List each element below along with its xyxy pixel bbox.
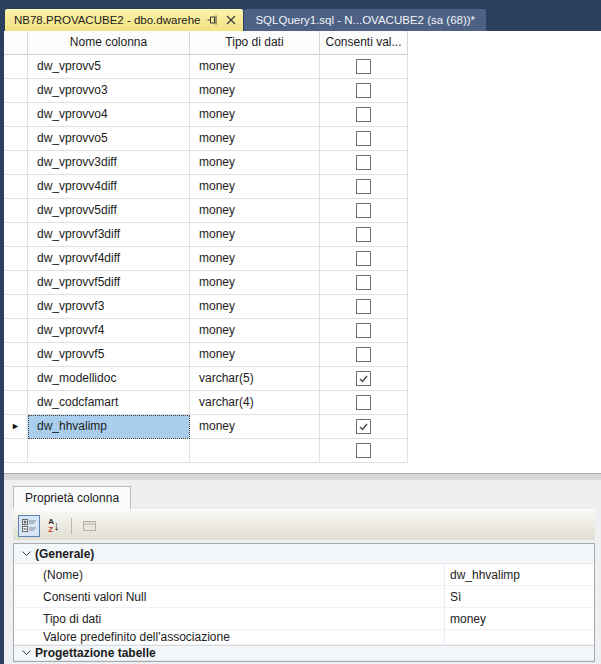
column-name-cell[interactable]: dw_codcfamart	[28, 391, 190, 415]
table-row: dw_vprovvf5diffmoney	[4, 271, 601, 295]
checkbox-unchecked-icon[interactable]	[356, 323, 371, 338]
row-selector[interactable]	[4, 271, 28, 295]
checkbox-unchecked-icon[interactable]	[356, 227, 371, 242]
property-value[interactable]	[444, 630, 594, 644]
row-selector[interactable]	[4, 151, 28, 175]
checkbox-unchecked-icon[interactable]	[356, 203, 371, 218]
column-name-cell[interactable]: dw_vprovvf3	[28, 295, 190, 319]
column-name-cell[interactable]: dw_vprovv4diff	[28, 175, 190, 199]
table-row: ►dw_hhvalimpmoney	[4, 415, 601, 439]
checkbox-unchecked-icon[interactable]	[356, 59, 371, 74]
checkbox-unchecked-icon[interactable]	[356, 275, 371, 290]
nullable-cell	[320, 247, 408, 271]
checkbox-checked-icon[interactable]	[356, 419, 371, 434]
checkbox-unchecked-icon[interactable]	[356, 83, 371, 98]
nullable-cell	[320, 79, 408, 103]
data-type-cell[interactable]: money	[190, 343, 320, 367]
row-selector[interactable]	[4, 319, 28, 343]
property-category[interactable]: (Generale)	[14, 544, 594, 564]
horizontal-splitter[interactable]	[4, 473, 601, 480]
row-selector[interactable]	[4, 391, 28, 415]
categorized-icon[interactable]	[18, 515, 40, 537]
data-type-cell[interactable]: money	[190, 295, 320, 319]
row-selector[interactable]	[4, 79, 28, 103]
checkbox-unchecked-icon[interactable]	[356, 395, 371, 410]
toolbar-separator	[71, 518, 72, 534]
column-name-cell[interactable]: dw_vprovvf5diff	[28, 271, 190, 295]
tab-sql-query[interactable]: SQLQuery1.sql - N...OVACUBE2 (sa (68))*	[244, 9, 486, 31]
column-name-cell[interactable]: dw_vprovvf5	[28, 343, 190, 367]
row-selector[interactable]: ►	[4, 415, 28, 439]
row-selector[interactable]	[4, 367, 28, 391]
tab-table-designer[interactable]: NB78.PROVACUBE2 - dbo.dwarehe	[5, 9, 243, 31]
column-name-cell[interactable]: dw_vprovvo5	[28, 127, 190, 151]
checkbox-unchecked-icon[interactable]	[356, 155, 371, 170]
row-selector[interactable]	[4, 295, 28, 319]
property-category[interactable]: Progettazione tabelle	[14, 645, 594, 661]
checkbox-unchecked-icon[interactable]	[356, 443, 371, 458]
table-row: dw_vprovvf4money	[4, 319, 601, 343]
row-selector[interactable]	[4, 199, 28, 223]
checkbox-unchecked-icon[interactable]	[356, 347, 371, 362]
checkbox-checked-icon[interactable]	[356, 371, 371, 386]
data-type-cell[interactable]: money	[190, 199, 320, 223]
column-name-cell[interactable]: dw_vprovvf4	[28, 319, 190, 343]
column-header-nullable[interactable]: Consenti val...	[320, 31, 408, 55]
data-type-cell[interactable]: money	[190, 223, 320, 247]
row-selector[interactable]	[4, 103, 28, 127]
grid-body: dw_vprovv5moneydw_vprovvo3moneydw_vprovv…	[4, 55, 601, 463]
data-type-cell[interactable]: money	[190, 415, 320, 439]
checkbox-unchecked-icon[interactable]	[356, 179, 371, 194]
data-type-cell[interactable]: money	[190, 151, 320, 175]
column-name-cell[interactable]: dw_vprovv5diff	[28, 199, 190, 223]
table-designer-grid: Nome colonna Tipo di dati Consenti val..…	[4, 31, 601, 463]
column-name-cell[interactable]	[28, 439, 190, 463]
data-type-cell[interactable]: varchar(5)	[190, 367, 320, 391]
column-name-cell[interactable]: dw_vprovvf3diff	[28, 223, 190, 247]
table-row: dw_codcfamartvarchar(4)	[4, 391, 601, 415]
data-type-cell[interactable]	[190, 439, 320, 463]
data-type-cell[interactable]: money	[190, 247, 320, 271]
data-type-cell[interactable]: money	[190, 319, 320, 343]
row-selector[interactable]	[4, 175, 28, 199]
row-selector[interactable]	[4, 439, 28, 463]
row-selector[interactable]	[4, 247, 28, 271]
checkbox-unchecked-icon[interactable]	[356, 299, 371, 314]
checkbox-unchecked-icon[interactable]	[356, 131, 371, 146]
pin-icon[interactable]	[207, 14, 219, 26]
data-type-cell[interactable]: varchar(4)	[190, 391, 320, 415]
row-selector[interactable]	[4, 127, 28, 151]
sort-alphabetical-icon[interactable]: A Z ↓	[43, 515, 65, 537]
table-row: dw_vprovvo5money	[4, 127, 601, 151]
property-value[interactable]: Sì	[444, 586, 594, 607]
column-name-cell[interactable]: dw_modellidoc	[28, 367, 190, 391]
row-pointer-icon: ►	[11, 415, 20, 438]
chevron-down-icon[interactable]	[14, 551, 35, 557]
column-header-type[interactable]: Tipo di dati	[190, 31, 320, 55]
column-name-cell[interactable]: dw_vprovvo3	[28, 79, 190, 103]
column-name-cell[interactable]: dw_vprovvo4	[28, 103, 190, 127]
checkbox-unchecked-icon[interactable]	[356, 107, 371, 122]
chevron-down-icon[interactable]	[14, 650, 35, 656]
column-name-cell[interactable]: dw_vprovv5	[28, 55, 190, 79]
column-name-cell[interactable]: dw_hhvalimp	[28, 415, 190, 439]
tab-sql-query-label: SQLQuery1.sql - N...OVACUBE2 (sa (68))*	[255, 14, 475, 26]
property-value[interactable]: money	[444, 608, 594, 629]
data-type-cell[interactable]: money	[190, 175, 320, 199]
property-value[interactable]: dw_hhvalimp	[444, 564, 594, 585]
row-selector[interactable]	[4, 223, 28, 247]
data-type-cell[interactable]: money	[190, 103, 320, 127]
data-type-cell[interactable]: money	[190, 79, 320, 103]
column-name-cell[interactable]: dw_vprovvf4diff	[28, 247, 190, 271]
checkbox-unchecked-icon[interactable]	[356, 251, 371, 266]
table-row: dw_vprovvo3money	[4, 79, 601, 103]
tab-column-properties[interactable]: Proprietà colonna	[13, 486, 131, 509]
column-name-cell[interactable]: dw_vprovv3diff	[28, 151, 190, 175]
data-type-cell[interactable]: money	[190, 127, 320, 151]
close-icon[interactable]	[226, 15, 236, 25]
row-selector[interactable]	[4, 55, 28, 79]
data-type-cell[interactable]: money	[190, 55, 320, 79]
row-selector[interactable]	[4, 343, 28, 367]
column-header-name[interactable]: Nome colonna	[28, 31, 190, 55]
data-type-cell[interactable]: money	[190, 271, 320, 295]
